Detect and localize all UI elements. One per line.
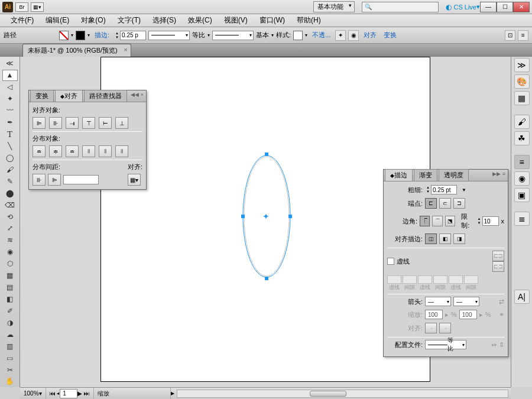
anchor-bottom[interactable] xyxy=(265,277,268,280)
shape-builder-tool-icon[interactable]: ⬡ xyxy=(2,258,18,270)
selection-tool-icon[interactable]: ▲ xyxy=(2,70,18,81)
symbols-panel-icon[interactable]: ☘ xyxy=(514,131,530,145)
anchor-left[interactable] xyxy=(241,215,245,218)
collapse-icon[interactable]: ≪ xyxy=(2,58,18,69)
cap-projecting-icon[interactable]: ⊐ xyxy=(453,198,465,209)
menu-window[interactable]: 窗口(W) xyxy=(254,14,291,27)
profile-dropdown2[interactable]: 等比 xyxy=(425,340,466,349)
maximize-button[interactable]: ☐ xyxy=(497,2,513,12)
character-panel-icon[interactable]: A| xyxy=(514,290,530,304)
fill-swatch[interactable] xyxy=(59,31,69,40)
style-swatch[interactable] xyxy=(293,31,303,40)
opacity-label[interactable]: 不透... xyxy=(312,31,330,40)
align-vcenter-icon[interactable]: ⊢ xyxy=(99,117,112,129)
swatches-panel-icon[interactable]: ▦ xyxy=(514,91,530,105)
menu-edit[interactable]: 编辑(E) xyxy=(40,14,75,27)
stroke-label[interactable]: 描边: xyxy=(95,31,109,40)
swap-arrows-icon[interactable]: ⇄ xyxy=(499,298,504,306)
tab-stroke[interactable]: ◆描边 xyxy=(385,169,413,181)
transform-link[interactable]: 变换 xyxy=(384,31,397,40)
arrow-end-dropdown[interactable]: — xyxy=(453,297,479,306)
rotate-tool-icon[interactable]: ⟲ xyxy=(2,211,18,222)
direct-selection-tool-icon[interactable]: ◁ xyxy=(2,82,18,93)
workspace-switcher[interactable]: 基本功能 xyxy=(313,1,355,12)
limit-input[interactable]: ▲▼ xyxy=(476,216,499,226)
anchor-top[interactable] xyxy=(265,153,268,156)
anchor-right[interactable] xyxy=(288,215,292,218)
blend-tool-icon[interactable]: ◑ xyxy=(2,317,18,328)
warp-tool-icon[interactable]: ◉ xyxy=(2,246,18,258)
lasso-tool-icon[interactable]: 〰 xyxy=(2,105,18,116)
profile-dropdown[interactable] xyxy=(148,31,190,40)
bridge-button[interactable]: Br xyxy=(15,2,28,12)
menu-help[interactable]: 帮助(H) xyxy=(291,14,327,27)
menu-effect[interactable]: 效果(C) xyxy=(182,14,218,27)
artboard-nav[interactable]: ⏮ ◀ ▶ ⏭ xyxy=(46,388,95,399)
blob-tool-icon[interactable]: ⬤ xyxy=(2,187,18,199)
line-tool-icon[interactable]: ╲ xyxy=(2,141,18,152)
cap-butt-icon[interactable]: ⊏ xyxy=(425,198,437,209)
tab-align[interactable]: ◆对齐 xyxy=(55,90,83,102)
corner-miter-icon[interactable]: ⎾ xyxy=(420,216,430,226)
recolor2-icon[interactable]: ◉ xyxy=(348,30,359,41)
gradient-tool-icon[interactable]: ◧ xyxy=(2,294,18,305)
brush-dropdown[interactable] xyxy=(212,31,254,40)
ellipse-tool-icon[interactable]: ◯ xyxy=(2,152,18,163)
zoom-dropdown[interactable]: 100% ▾ xyxy=(20,388,46,399)
close-button[interactable]: ✕ xyxy=(513,2,530,12)
tab-transform[interactable]: 变换 xyxy=(30,90,54,102)
menu-file[interactable]: 文件(F) xyxy=(5,14,40,27)
document-tab[interactable]: 未标题-1* @ 100% (RGB/预览) xyxy=(22,44,131,57)
arrange-docs-button[interactable]: ▦▾ xyxy=(31,2,44,12)
align-stroke-outside-icon[interactable]: ◨ xyxy=(453,233,465,244)
width-tool-icon[interactable]: ≋ xyxy=(2,235,18,246)
pencil-tool-icon[interactable]: ✎ xyxy=(2,176,18,187)
corner-bevel-icon[interactable]: ⬔ xyxy=(445,216,455,226)
magic-wand-tool-icon[interactable]: ✦ xyxy=(2,93,18,105)
panel-go-icon[interactable]: ▶▶ xyxy=(492,171,501,177)
eyedropper-tool-icon[interactable]: ✐ xyxy=(2,305,18,316)
tab-transparency[interactable]: 透明度 xyxy=(439,169,469,181)
spacing-h-icon[interactable]: ⊫ xyxy=(48,174,61,186)
graphic-styles-panel-icon[interactable]: ▣ xyxy=(514,188,530,202)
slice-tool-icon[interactable]: ✂ xyxy=(2,364,18,375)
mesh-tool-icon[interactable]: ▤ xyxy=(2,282,18,293)
align-left-icon[interactable]: ⊫ xyxy=(33,117,46,129)
brush-tool-icon[interactable]: 🖌 xyxy=(2,164,18,175)
perspective-tool-icon[interactable]: ▦ xyxy=(2,270,18,281)
align-stroke-inside-icon[interactable]: ◧ xyxy=(439,233,451,244)
flip-h-icon[interactable]: ⇔ xyxy=(491,341,497,349)
graph-tool-icon[interactable]: ▥ xyxy=(2,340,18,352)
horizontal-scrollbar[interactable] xyxy=(177,390,508,398)
spacing-v-icon[interactable]: ⊪ xyxy=(33,174,46,186)
align-hcenter-icon[interactable]: ⊪ xyxy=(49,117,62,129)
cslive-button[interactable]: CS Live ▾ xyxy=(446,3,480,11)
dist-hcenter-icon[interactable]: ⦀ xyxy=(99,145,112,157)
dist-left-icon[interactable]: ⦀ xyxy=(82,145,95,157)
tab-gradient[interactable]: 渐变 xyxy=(414,169,437,181)
status-tool-label[interactable]: 缩放 xyxy=(94,388,171,399)
panel-menu-icon[interactable]: ≡ xyxy=(518,30,528,41)
weight-input[interactable]: ▲▼ xyxy=(425,185,457,194)
dist-right-icon[interactable]: ⦀ xyxy=(115,145,128,157)
menu-text[interactable]: 文字(T) xyxy=(112,14,147,27)
search-input[interactable] xyxy=(362,2,439,12)
align-top-icon[interactable]: ⊤ xyxy=(82,117,95,129)
artboard[interactable]: ✦ xyxy=(100,57,430,382)
isolate-icon[interactable]: ⊡ xyxy=(505,30,515,41)
brushes-panel-icon[interactable]: 🖌 xyxy=(514,115,530,129)
stroke-swatch[interactable] xyxy=(76,31,85,40)
align-bottom-icon[interactable]: ⊥ xyxy=(115,117,128,129)
panel-collapse-icon[interactable]: ◀◀ xyxy=(131,92,139,98)
scale-tool-icon[interactable]: ⤢ xyxy=(2,223,18,234)
symbol-tool-icon[interactable]: ☁ xyxy=(2,329,18,340)
layers-panel-icon[interactable]: ≣ xyxy=(514,212,530,226)
artboard-tool-icon[interactable]: ▭ xyxy=(2,352,18,364)
minimize-button[interactable]: — xyxy=(480,2,497,12)
stroke-panel-icon[interactable]: ≡ xyxy=(514,155,530,169)
dashed-checkbox[interactable] xyxy=(387,258,394,265)
dist-vcenter-icon[interactable]: ≑ xyxy=(49,145,62,157)
expand-panels-icon[interactable]: ≫ xyxy=(514,58,530,72)
hand-tool-icon[interactable]: ✋ xyxy=(2,376,18,387)
align-to-dropdown[interactable]: ▦▾ xyxy=(128,174,141,186)
